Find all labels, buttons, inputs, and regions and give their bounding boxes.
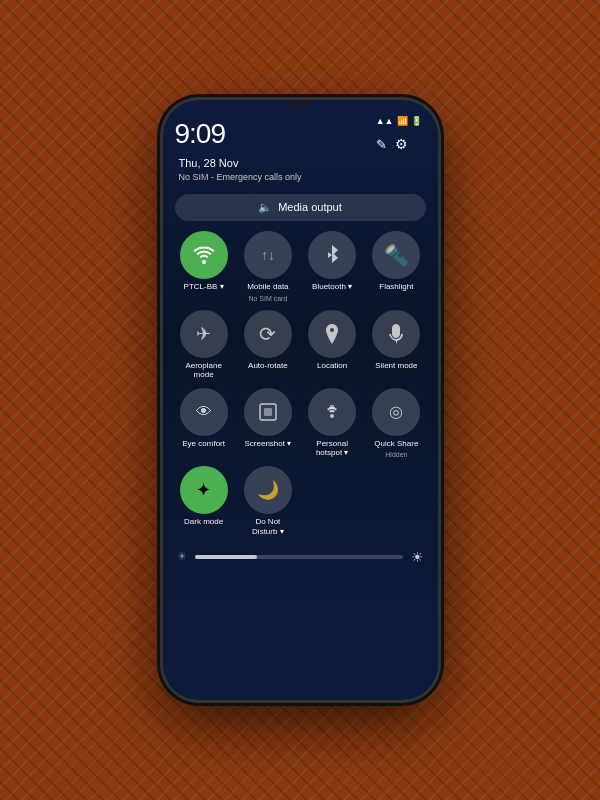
phone-body: 9:09 ✎ ⚙ Thu, 28 Nov No SIM - Emergency … — [163, 100, 438, 700]
airplane-tile-label: Aeroplane mode — [178, 361, 230, 380]
flashlight-tile-label: Flashlight — [379, 282, 413, 292]
media-output-label: Media output — [278, 201, 342, 213]
hotspot-tile-label: Personal hotspot ▾ — [306, 439, 358, 458]
brightness-min-icon: ☀ — [177, 550, 187, 563]
screenshot-tile-icon — [244, 388, 292, 436]
wifi-tile-icon — [180, 231, 228, 279]
brightness-row: ☀ ☀ — [175, 549, 426, 565]
top-action-icons: ✎ ⚙ — [376, 136, 408, 152]
dark-mode-tile-label: Dark mode — [184, 517, 223, 527]
silent-tile-icon — [372, 310, 420, 358]
tile-quick-share[interactable]: ◎ Quick Share Hidden — [367, 388, 425, 459]
mobile-data-tile-sublabel: No SIM card — [248, 295, 287, 302]
battery-status-icon: 🔋 — [411, 116, 422, 126]
tile-wifi[interactable]: PTCL-BB ▾ — [175, 231, 233, 302]
tile-bluetooth[interactable]: Bluetooth ▾ — [303, 231, 361, 302]
tile-eye-comfort[interactable]: 👁 Eye comfort — [175, 388, 233, 459]
signal-status-icon: 📶 — [397, 116, 408, 126]
media-output-icon: 🔈 — [258, 201, 272, 214]
media-output-bar[interactable]: 🔈 Media output — [175, 194, 426, 221]
tile-silent[interactable]: Silent mode — [367, 310, 425, 380]
tile-hotspot[interactable]: Personal hotspot ▾ — [303, 388, 361, 459]
tile-screenshot[interactable]: Screenshot ▾ — [239, 388, 297, 459]
hotspot-tile-icon — [308, 388, 356, 436]
wifi-tile-label: PTCL-BB ▾ — [184, 282, 224, 292]
dnd-tile-icon: 🌙 — [244, 466, 292, 514]
quick-share-sublabel: Hidden — [385, 451, 407, 458]
tile-dnd[interactable]: 🌙 Do Not Disturb ▾ — [239, 466, 297, 536]
airplane-tile-icon: ✈ — [180, 310, 228, 358]
tile-flashlight[interactable]: 🔦 Flashlight — [367, 231, 425, 302]
mobile-data-tile-icon: ↑↓ — [244, 231, 292, 279]
eye-comfort-tile-label: Eye comfort — [182, 439, 225, 449]
edit-icon[interactable]: ✎ — [376, 137, 387, 152]
location-tile-icon — [308, 310, 356, 358]
tile-location[interactable]: Location — [303, 310, 361, 380]
wifi-status-icon: ▲▲ — [376, 116, 394, 126]
flashlight-tile-icon: 🔦 — [372, 231, 420, 279]
auto-rotate-tile-icon: ⟳ — [244, 310, 292, 358]
brightness-fill — [195, 555, 257, 559]
dark-mode-tile-icon: ✦ — [180, 466, 228, 514]
date-row: Thu, 28 Nov No SIM - Emergency calls onl… — [175, 156, 426, 184]
quick-share-tile-label: Quick Share — [374, 439, 418, 449]
settings-icon[interactable]: ⚙ — [395, 136, 408, 152]
phone-wrapper: 9:09 ✎ ⚙ Thu, 28 Nov No SIM - Emergency … — [155, 90, 445, 710]
date-text: Thu, 28 Nov — [179, 156, 422, 171]
quick-share-tile-icon: ◎ — [372, 388, 420, 436]
brightness-track[interactable] — [195, 555, 403, 559]
auto-rotate-tile-label: Auto-rotate — [248, 361, 288, 371]
tile-auto-rotate[interactable]: ⟳ Auto-rotate — [239, 310, 297, 380]
dnd-tile-label: Do Not Disturb ▾ — [242, 517, 294, 536]
tile-airplane[interactable]: ✈ Aeroplane mode — [175, 310, 233, 380]
silent-tile-label: Silent mode — [375, 361, 417, 371]
tile-dark-mode[interactable]: ✦ Dark mode — [175, 466, 233, 536]
mobile-data-tile-label: Mobile data — [247, 282, 288, 292]
location-tile-label: Location — [317, 361, 347, 371]
phone-screen: 9:09 ✎ ⚙ Thu, 28 Nov No SIM - Emergency … — [163, 100, 438, 700]
eye-comfort-tile-icon: 👁 — [180, 388, 228, 436]
brightness-max-icon: ☀ — [411, 549, 424, 565]
bluetooth-tile-label: Bluetooth ▾ — [312, 282, 352, 292]
sim-status: No SIM - Emergency calls only — [179, 171, 422, 184]
quick-tiles-grid: PTCL-BB ▾ ↑↓ Mobile data No SIM card Blu… — [175, 231, 426, 537]
svg-rect-1 — [264, 408, 272, 416]
tile-mobile-data[interactable]: ↑↓ Mobile data No SIM card — [239, 231, 297, 302]
screenshot-tile-label: Screenshot ▾ — [245, 439, 292, 449]
status-icons-row: ▲▲ 📶 🔋 — [376, 116, 422, 126]
bluetooth-tile-icon — [308, 231, 356, 279]
